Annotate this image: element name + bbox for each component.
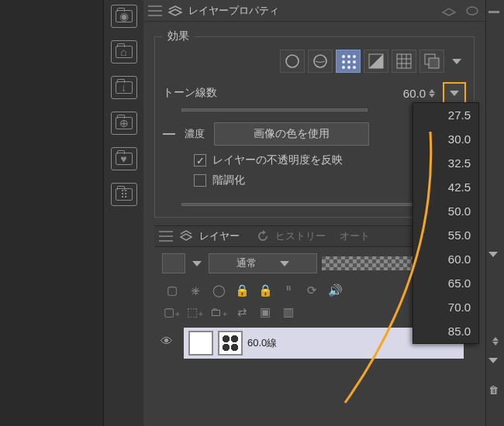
effect-gradient-icon[interactable] (364, 50, 388, 73)
layers-icon[interactable] (179, 229, 193, 243)
beacon-icon[interactable]: ⛯ (185, 281, 205, 300)
chevron-down-icon[interactable] (488, 252, 502, 266)
tone-lines-value: 60.0 (403, 87, 426, 100)
folder-lock-icon[interactable]: ⌂ (111, 40, 137, 64)
use-image-color-button[interactable]: 画像の色を使用 (214, 122, 369, 146)
svg-point-11 (353, 66, 356, 69)
effect-mode-row (163, 50, 466, 73)
posterize-label: 階調化 (212, 173, 245, 187)
dropdown-option[interactable]: 60.0 (413, 247, 478, 271)
svg-rect-16 (488, 11, 499, 13)
sound-icon[interactable]: 🔊 (325, 281, 345, 300)
effect-more-dropdown[interactable] (447, 50, 466, 73)
new-layer-icon[interactable]: ▢₊ (162, 303, 182, 321)
properties-panel: レイヤープロパティ 効果 トーン線数 (143, 0, 485, 426)
swatch-dropdown[interactable] (190, 252, 204, 275)
svg-point-3 (342, 55, 345, 58)
svg-point-0 (467, 7, 478, 15)
circle-icon[interactable]: ◯ (209, 281, 229, 300)
svg-point-6 (342, 60, 345, 64)
posterize-checkbox[interactable] (194, 174, 206, 187)
svg-rect-13 (397, 54, 411, 68)
svg-rect-15 (429, 58, 439, 68)
layer-thumbnail (188, 331, 213, 356)
new-cube-icon[interactable]: ⬚₊ (185, 303, 205, 321)
svg-point-1 (286, 55, 299, 67)
folder-grid-icon[interactable]: ⠿ (111, 183, 137, 206)
minimize-icon[interactable] (488, 5, 502, 19)
layer-tone-thumbnail (218, 331, 243, 356)
tone-lines-dropdown-list: 27.5 30.0 32.5 42.5 50.0 55.0 60.0 65.0 … (413, 102, 479, 344)
layer-extra-icon[interactable] (440, 2, 457, 19)
bottom-slider[interactable] (181, 203, 422, 206)
beta-icon[interactable]: ᴮ (278, 281, 299, 300)
dropdown-option[interactable]: 55.0 (413, 223, 478, 247)
tone-lines-row: トーン線数 60.0 (163, 82, 466, 104)
effect-tone-icon[interactable] (336, 50, 361, 73)
trash-icon[interactable]: 🗑 (488, 384, 502, 398)
lock-icon[interactable]: 🔒 (232, 281, 252, 300)
tone-lines-slider[interactable] (181, 108, 368, 112)
layer-properties-icon[interactable] (167, 2, 184, 19)
dropdown-option[interactable]: 27.5 (413, 103, 478, 127)
panel-tabs: レイヤープロパティ (143, 0, 485, 22)
reflect-opacity-checkbox[interactable] (194, 154, 206, 167)
tab-history[interactable]: ヒストリー (275, 229, 326, 243)
dock-strip: ◉ ⌂ ↓ ⊕ ♥ ⠿ (103, 0, 143, 426)
layer-half-icon[interactable] (464, 2, 481, 19)
merge-down-icon[interactable]: ▥ (278, 303, 299, 321)
tone-lines-dropdown-button[interactable] (443, 82, 466, 104)
folder-heart-icon[interactable]: ♥ (111, 147, 137, 170)
svg-point-9 (342, 66, 345, 69)
eraser-icon[interactable]: ▢ (162, 281, 182, 300)
svg-point-8 (353, 60, 356, 64)
dropdown-option[interactable]: 30.0 (413, 127, 478, 151)
svg-point-5 (353, 55, 356, 58)
eye-icon[interactable]: 👁 (161, 335, 173, 349)
dropdown-option[interactable]: 42.5 (413, 175, 478, 199)
tone-lines-label: トーン線数 (163, 86, 271, 100)
effects-legend: 効果 (163, 29, 194, 43)
layer-name: 60.0線 (247, 336, 277, 350)
dropdown-option[interactable]: 85.0 (413, 319, 478, 343)
tab-auto[interactable]: オート (340, 229, 370, 243)
folder-camera-icon[interactable]: ◉ (111, 5, 137, 28)
menu-icon[interactable] (148, 5, 162, 16)
tab-layer[interactable]: レイヤー (199, 229, 240, 243)
blend-mode-select[interactable]: 通常 (209, 253, 317, 273)
canvas-area (0, 0, 103, 426)
spinner-icon[interactable] (492, 337, 499, 345)
svg-point-4 (347, 55, 350, 58)
effect-circle-icon[interactable] (280, 50, 305, 73)
effect-grid-icon[interactable] (392, 50, 416, 73)
dropdown-option[interactable]: 65.0 (413, 271, 478, 295)
lock2-icon[interactable]: 🔒 (255, 281, 275, 300)
transfer-icon[interactable]: ⇄ (232, 303, 252, 321)
effect-sphere-icon[interactable] (308, 50, 333, 73)
transform-icon[interactable]: ▣ (255, 303, 275, 321)
svg-point-7 (347, 60, 350, 64)
svg-point-10 (347, 66, 350, 69)
color-swatch[interactable] (162, 253, 185, 273)
collapse-icon[interactable] (163, 133, 175, 135)
dropdown-option[interactable]: 70.0 (413, 295, 478, 319)
reload-icon[interactable]: ⟳ (302, 281, 322, 300)
density-label: 濃度 (185, 127, 205, 141)
right-dock: 🗑 (485, 0, 504, 426)
panel-title: レイヤープロパティ (188, 4, 279, 18)
dropdown-option[interactable]: 32.5 (413, 151, 478, 175)
folder-globe-icon[interactable]: ⊕ (111, 112, 137, 135)
folder-download-icon[interactable]: ↓ (111, 76, 137, 99)
reflect-opacity-label: レイヤーの不透明度を反映 (212, 153, 343, 167)
chevron-down-icon-2[interactable] (488, 358, 502, 372)
dropdown-option[interactable]: 50.0 (413, 199, 478, 223)
tone-lines-spinner[interactable] (429, 89, 435, 98)
opacity-strip[interactable] (322, 256, 415, 270)
history-undo-icon[interactable] (257, 230, 269, 242)
new-folder-icon[interactable]: 🗀₊ (209, 303, 229, 321)
effect-overlay-icon[interactable] (419, 50, 444, 73)
layer-menu-icon[interactable] (159, 231, 173, 242)
